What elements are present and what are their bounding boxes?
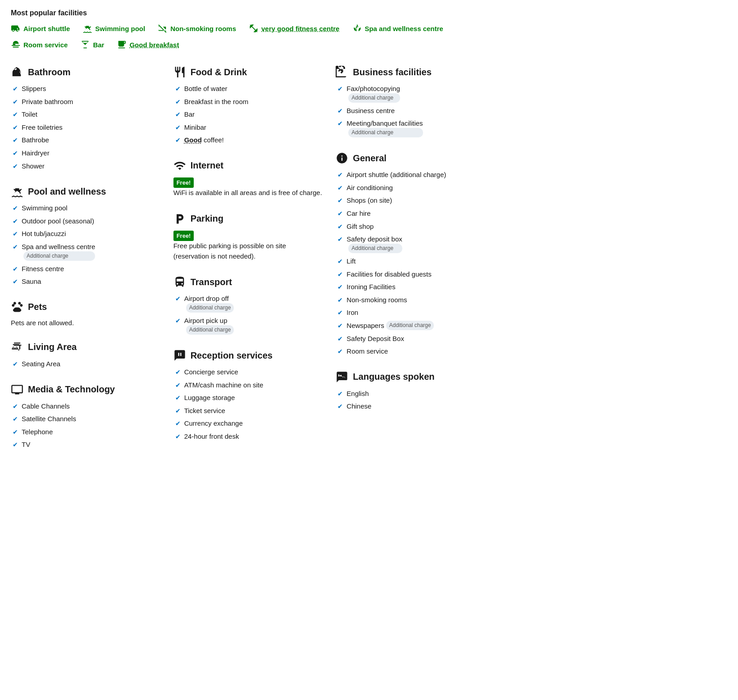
check-icon: ✔ <box>175 295 181 304</box>
internet-header: Internet <box>173 159 323 172</box>
living-area-icon <box>11 341 23 354</box>
transport-section: Transport ✔ Airport drop off Additional … <box>173 276 323 335</box>
item-label: Iron <box>346 308 358 317</box>
reception-icon <box>173 349 186 362</box>
item-label: English <box>346 389 369 398</box>
pool-section: Pool and wellness ✔ Swimming pool ✔ Outd… <box>11 185 160 286</box>
check-icon: ✔ <box>13 402 18 411</box>
list-item: ✔ Meeting/banquet facilities Additional … <box>337 118 485 137</box>
item-label: Satellite Channels <box>22 414 76 423</box>
check-icon: ✔ <box>337 85 343 94</box>
check-icon: ✔ <box>337 390 343 399</box>
bar-icon <box>80 40 90 50</box>
check-icon: ✔ <box>337 347 343 356</box>
media-header: Media & Technology <box>11 383 160 396</box>
list-item: ✔ Swimming pool <box>13 203 160 213</box>
business-section: Business facilities ✔ Fax/photocopying A… <box>336 66 485 137</box>
additional-charge-badge: Additional charge <box>386 321 434 330</box>
list-item: ✔ 24-hour front desk <box>175 432 323 441</box>
check-icon: ✔ <box>13 110 18 119</box>
room-service-icon <box>11 40 21 50</box>
popular-bar-label: Bar <box>93 41 104 49</box>
pool-header: Pool and wellness <box>11 185 160 198</box>
additional-charge-badge: Additional charge <box>186 325 234 335</box>
pets-icon <box>11 301 23 314</box>
popular-room-service-label: Room service <box>23 41 68 49</box>
check-icon: ✔ <box>13 428 18 437</box>
check-icon: ✔ <box>337 209 343 218</box>
item-label: Private bathroom <box>22 97 73 106</box>
languages-list: ✔ English ✔ Chinese <box>336 389 485 411</box>
free-badge: Free! <box>173 231 194 241</box>
column-3: Business facilities ✔ Fax/photocopying A… <box>336 66 485 464</box>
general-list: ✔ Airport shuttle (additional charge) ✔ … <box>336 170 485 356</box>
list-item: ✔ Fax/photocopying Additional charge <box>337 84 485 103</box>
additional-charge-badge: Additional charge <box>348 244 402 253</box>
item-label: Sauna <box>22 277 41 286</box>
item-label: Toilet <box>22 109 37 119</box>
pets-header: Pets <box>11 301 160 314</box>
check-icon: ✔ <box>337 223 343 232</box>
pool-title: Pool and wellness <box>28 186 106 197</box>
popular-fitness: very good fitness centre <box>249 23 339 33</box>
popular-fitness-label: very good fitness centre <box>261 25 339 32</box>
popular-non-smoking-label: Non-smoking rooms <box>170 25 236 32</box>
additional-charge-badge: Additional charge <box>348 128 423 137</box>
additional-charge-badge: Additional charge <box>23 251 95 261</box>
popular-room-service: Room service <box>11 40 68 50</box>
item-label: Air conditioning <box>346 183 393 192</box>
list-item: ✔ Bottle of water <box>175 84 323 94</box>
item-with-badge: Airport drop off Additional charge <box>184 294 234 313</box>
parking-header: Parking <box>173 213 323 225</box>
list-item: ✔ Private bathroom <box>13 97 160 107</box>
check-icon: ✔ <box>337 296 343 305</box>
free-badge: Free! <box>173 177 194 188</box>
list-item: ✔ Toilet <box>13 109 160 119</box>
business-list: ✔ Fax/photocopying Additional charge ✔ B… <box>336 84 485 137</box>
media-icon <box>11 383 23 396</box>
check-icon: ✔ <box>13 123 18 132</box>
list-item: ✔ Safety Deposit Box <box>337 334 485 344</box>
item-label: Spa and wellness centre <box>22 242 95 251</box>
facilities-grid: Bathroom ✔ Slippers ✔ Private bathroom ✔… <box>11 66 485 464</box>
check-icon: ✔ <box>175 110 181 119</box>
list-item: ✔ Free toiletries <box>13 123 160 132</box>
pets-section: Pets Pets are not allowed. <box>11 301 160 327</box>
check-icon: ✔ <box>13 85 18 94</box>
bathroom-header: Bathroom <box>11 66 160 78</box>
item-with-badge: Airport pick up Additional charge <box>184 316 234 335</box>
list-item: ✔ English <box>337 389 485 399</box>
item-label: Hairdryer <box>22 148 50 158</box>
item-label: Fitness centre <box>22 264 64 273</box>
popular-bar: Bar <box>80 40 104 50</box>
check-icon: ✔ <box>175 85 181 94</box>
item-with-badge: Safety deposit box Additional charge <box>346 234 402 253</box>
internet-icon <box>173 159 186 172</box>
bathroom-section: Bathroom ✔ Slippers ✔ Private bathroom ✔… <box>11 66 160 171</box>
pool-icon <box>11 185 23 198</box>
media-title: Media & Technology <box>28 384 115 395</box>
reception-section: Reception services ✔ Concierge service ✔… <box>173 349 323 441</box>
check-icon: ✔ <box>337 184 343 193</box>
popular-non-smoking: Non-smoking rooms <box>158 23 236 33</box>
list-item: ✔ Car hire <box>337 209 485 218</box>
list-item: ✔ Hairdryer <box>13 148 160 158</box>
parking-icon <box>173 213 186 225</box>
internet-text: Free! WiFi is available in all areas and… <box>173 177 323 198</box>
food-list: ✔ Bottle of water ✔ Breakfast in the roo… <box>173 84 323 145</box>
check-icon: ✔ <box>13 98 18 107</box>
parking-title: Parking <box>191 214 223 224</box>
popular-breakfast-label: Good breakfast <box>129 41 179 49</box>
fitness-icon <box>249 23 259 33</box>
list-item: ✔ Safety deposit box Additional charge <box>337 234 485 253</box>
general-section: General ✔ Airport shuttle (additional ch… <box>336 152 485 356</box>
popular-breakfast: Good breakfast <box>117 40 179 50</box>
media-section: Media & Technology ✔ Cable Channels ✔ Sa… <box>11 383 160 450</box>
check-icon: ✔ <box>13 230 18 239</box>
check-icon: ✔ <box>175 123 181 132</box>
check-icon: ✔ <box>337 119 343 128</box>
item-label: Fax/photocopying <box>346 84 400 93</box>
popular-airport-shuttle: Airport shuttle <box>11 23 70 33</box>
internet-description: WiFi is available in all areas and is fr… <box>173 188 322 198</box>
list-item: ✔ Minibar <box>175 123 323 132</box>
